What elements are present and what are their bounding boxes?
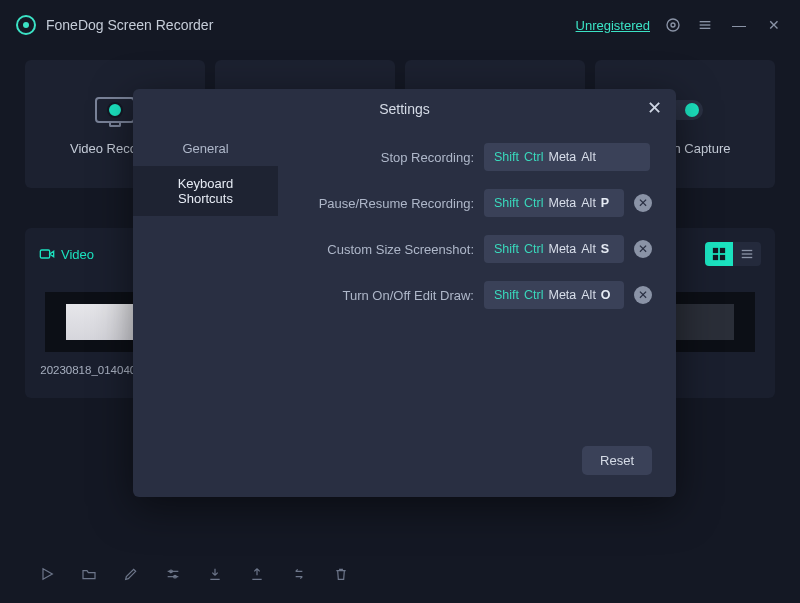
sidebar-item-general[interactable]: General <box>133 131 278 166</box>
svg-rect-9 <box>720 255 725 260</box>
settings-sidebar: General Keyboard Shortcuts <box>133 125 278 446</box>
app-logo-icon <box>16 15 36 35</box>
shortcut-input-pause[interactable]: Shift Ctrl Meta Alt P <box>484 189 624 217</box>
download-icon[interactable] <box>206 565 224 583</box>
settings-modal: Settings ✕ General Keyboard Shortcuts St… <box>133 89 676 497</box>
shortcut-label: Pause/Resume Recording: <box>288 196 474 211</box>
modal-title: Settings <box>379 101 430 117</box>
view-switch <box>705 242 761 266</box>
svg-rect-7 <box>720 248 725 253</box>
clear-shortcut-icon[interactable]: ✕ <box>634 286 652 304</box>
trash-icon[interactable] <box>332 565 350 583</box>
svg-rect-8 <box>713 255 718 260</box>
share-icon[interactable] <box>248 565 266 583</box>
play-icon[interactable] <box>38 565 56 583</box>
tab-video[interactable]: Video <box>39 247 94 262</box>
gear-icon[interactable] <box>664 16 682 34</box>
shortcut-input-draw[interactable]: Shift Ctrl Meta Alt O <box>484 281 624 309</box>
view-list-button[interactable] <box>733 242 761 266</box>
close-icon[interactable]: ✕ <box>647 99 662 117</box>
edit-icon[interactable] <box>122 565 140 583</box>
folder-icon[interactable] <box>80 565 98 583</box>
shortcut-input-stop[interactable]: Shift Ctrl Meta Alt <box>484 143 650 171</box>
svg-rect-6 <box>713 248 718 253</box>
shortcut-label: Custom Size Screenshot: <box>288 242 474 257</box>
convert-icon[interactable] <box>290 565 308 583</box>
modal-footer: Reset <box>133 446 676 497</box>
bottom-toolbar <box>38 565 350 583</box>
minimize-button[interactable]: — <box>728 15 750 35</box>
titlebar-right: Unregistered — ✕ <box>576 15 784 35</box>
register-link[interactable]: Unregistered <box>576 18 650 33</box>
shortcut-row-pause: Pause/Resume Recording: Shift Ctrl Meta … <box>288 189 652 217</box>
clear-shortcut-icon[interactable]: ✕ <box>634 194 652 212</box>
reset-button[interactable]: Reset <box>582 446 652 475</box>
sidebar-item-shortcuts[interactable]: Keyboard Shortcuts <box>133 166 278 216</box>
title-bar: FoneDog Screen Recorder Unregistered — ✕ <box>0 0 800 50</box>
view-grid-button[interactable] <box>705 242 733 266</box>
svg-rect-5 <box>40 250 49 258</box>
shortcut-row-stop: Stop Recording: Shift Ctrl Meta Alt <box>288 143 652 171</box>
modal-header: Settings ✕ <box>133 89 676 125</box>
clear-shortcut-icon[interactable]: ✕ <box>634 240 652 258</box>
menu-icon[interactable] <box>696 16 714 34</box>
shortcut-label: Stop Recording: <box>288 150 474 165</box>
app-title: FoneDog Screen Recorder <box>46 17 213 33</box>
titlebar-left: FoneDog Screen Recorder <box>16 15 213 35</box>
shortcut-label: Turn On/Off Edit Draw: <box>288 288 474 303</box>
svg-point-0 <box>667 19 679 31</box>
shortcut-row-draw: Turn On/Off Edit Draw: Shift Ctrl Meta A… <box>288 281 652 309</box>
close-button[interactable]: ✕ <box>764 15 784 35</box>
svg-marker-13 <box>43 569 52 580</box>
shortcut-input-custom[interactable]: Shift Ctrl Meta Alt S <box>484 235 624 263</box>
sliders-icon[interactable] <box>164 565 182 583</box>
shortcut-row-custom: Custom Size Screenshot: Shift Ctrl Meta … <box>288 235 652 263</box>
svg-point-1 <box>671 23 675 27</box>
settings-content: Stop Recording: Shift Ctrl Meta Alt Paus… <box>278 125 676 446</box>
